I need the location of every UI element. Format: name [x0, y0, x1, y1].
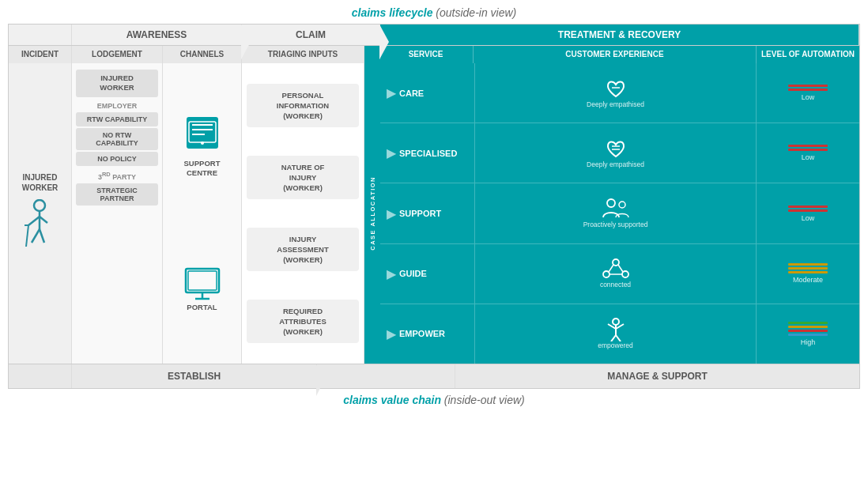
svg-point-22: [619, 202, 625, 208]
empower-bars: [788, 322, 828, 336]
support-cx-text: Proactively supported: [583, 221, 648, 228]
specialised-service-label: SPECIALISED: [399, 149, 457, 158]
svg-point-29: [613, 319, 619, 325]
treatment-rows: ▶ CARE Deeply empathised: [380, 63, 859, 364]
channels-column: SUPPORTCENTRE PORTAL: [163, 63, 242, 364]
guide-cx-cell: connected: [475, 244, 757, 304]
svg-line-4: [32, 229, 40, 243]
triaging-column: PERSONALINFORMATION(WORKER) NATURE OFINJ…: [242, 63, 364, 364]
content-area: INJURED WORKER: [9, 63, 859, 364]
svg-line-34: [616, 335, 621, 341]
strategic-partner-item: STRATEGICPARTNER: [76, 183, 158, 206]
bottom-title-claims: claims value chain: [343, 394, 441, 406]
no-policy-item: NO POLICY: [76, 152, 158, 166]
rtw-cap-item: RTW CAPABILITY: [76, 112, 158, 126]
triaging-subheader: TRIAGING INPUTS: [242, 46, 364, 63]
guide-service-cell: ▶ GUIDE: [380, 244, 475, 304]
triaging-item-3: INJURYASSESSMENT(WORKER): [247, 228, 359, 272]
incident-subheader: INCIDENT: [9, 46, 72, 63]
support-service-cell: ▶ SUPPORT: [380, 183, 475, 243]
specialised-arrow-icon: ▶: [387, 145, 396, 160]
main-container: claims lifecycle (outside-in view) AWARE…: [0, 0, 868, 413]
phase-awareness: AWARENESS: [72, 25, 242, 45]
specialised-cx-cell: Deeply empathised: [475, 123, 757, 183]
automation-subheader: LEVEL OF AUTOMATION: [757, 46, 859, 63]
care-bars: [788, 85, 828, 91]
incident-column: INJURED WORKER: [9, 63, 72, 364]
bar2: [788, 209, 828, 212]
lodgement-injured-worker-section: INJUREDWORKER: [76, 70, 158, 97]
employer-label: EMPLOYER: [76, 102, 158, 110]
svg-point-23: [613, 259, 619, 266]
case-allocation-header-spacer: [364, 46, 379, 63]
empower-automation-cell: High: [757, 304, 859, 364]
bar2: [788, 89, 828, 91]
injured-worker-label: INJURED WORKER: [22, 172, 58, 193]
specialised-service-cell: ▶ SPECIALISED: [380, 123, 475, 183]
cx-subheader: CUSTOMER EXPERIENCE: [474, 46, 757, 63]
bar3: [788, 330, 828, 332]
lodgement-column: INJUREDWORKER EMPLOYER RTW CAPABILITY NO…: [72, 63, 163, 364]
bottom-manage: MANAGE & SUPPORT: [455, 364, 859, 388]
top-title: claims lifecycle (outside-in view): [8, 6, 860, 19]
bottom-title-subtitle: (inside-out view): [444, 394, 525, 406]
support-automation-cell: Low: [757, 183, 859, 243]
svg-point-13: [201, 141, 204, 145]
phase-treatment: TREATMENT & RECOVERY: [380, 25, 859, 45]
bottom-claim-spacer: [317, 364, 455, 388]
guide-arrow-icon: ▶: [387, 266, 396, 281]
guide-row: ▶ GUIDE: [380, 244, 859, 304]
empower-cx-icon: [605, 318, 627, 341]
no-rtw-cap-item: NO RTWCAPABILITY: [76, 128, 158, 150]
specialised-bars: [788, 145, 828, 151]
svg-line-27: [618, 265, 623, 272]
bottom-title: claims value chain (inside-out view): [8, 394, 860, 406]
portal-channel: PORTAL: [183, 267, 222, 311]
svg-line-2: [28, 217, 40, 225]
svg-line-26: [609, 265, 613, 272]
guide-service-label: GUIDE: [399, 269, 427, 278]
svg-line-5: [40, 229, 44, 243]
channels-subheader: CHANNELS: [163, 46, 242, 63]
svg-line-3: [40, 217, 47, 223]
phone-icon: [183, 115, 222, 159]
bar1: [788, 206, 828, 208]
top-title-subtitle: (outside-in view): [436, 6, 516, 19]
support-arrow-icon: ▶: [387, 206, 396, 221]
care-cx-cell: Deeply empathised: [475, 63, 757, 123]
bar1: [788, 263, 828, 266]
case-allocation-label: CASE ALLOCATION: [369, 176, 376, 251]
stick-figure-icon: [22, 199, 58, 255]
support-row: ▶ SUPPORT Proactively supported: [380, 183, 859, 243]
case-allocation-bar: CASE ALLOCATION: [364, 63, 380, 364]
bar3: [788, 271, 828, 273]
lodgement-employer-section: EMPLOYER RTW CAPABILITY NO RTWCAPABILITY…: [76, 102, 158, 166]
triaging-item-4: REQUIREDATTRIBUTES(WORKER): [247, 300, 359, 344]
care-cx-text: Deeply empathised: [587, 100, 644, 108]
svg-line-33: [611, 335, 616, 341]
svg-rect-14: [186, 269, 219, 292]
care-automation-label: Low: [802, 93, 815, 101]
care-row: ▶ CARE Deeply empathised: [380, 63, 859, 123]
specialised-cx-text: Deeply empathised: [587, 160, 644, 168]
bottom-incident-spacer: [9, 364, 72, 388]
bottom-section: ESTABLISH MANAGE & SUPPORT: [9, 364, 859, 388]
specialised-automation-label: Low: [802, 153, 815, 161]
support-service-label: SUPPORT: [399, 209, 441, 218]
treatment-subheaders: SERVICE CUSTOMER EXPERIENCE LEVEL OF AUT…: [379, 46, 859, 63]
bar1: [788, 85, 828, 87]
support-centre-channel: SUPPORTCENTRE: [183, 115, 222, 179]
top-title-claims: claims lifecycle: [352, 6, 433, 19]
care-service-cell: ▶ CARE: [380, 63, 475, 123]
care-arrow-icon: ▶: [387, 85, 396, 100]
portal-label: PORTAL: [187, 303, 217, 311]
care-automation-cell: Low: [757, 63, 859, 123]
support-centre-label: SUPPORTCENTRE: [184, 159, 221, 179]
specialised-row: ▶ SPECIALISED Deeply empathised: [380, 123, 859, 183]
triaging-item-1: PERSONALINFORMATION(WORKER): [247, 84, 359, 128]
bar1: [788, 322, 828, 324]
empower-service-cell: ▶ EMPOWER: [380, 304, 475, 364]
bar1: [788, 145, 828, 147]
support-automation-label: Low: [802, 214, 815, 222]
empower-service-label: EMPOWER: [399, 329, 445, 338]
